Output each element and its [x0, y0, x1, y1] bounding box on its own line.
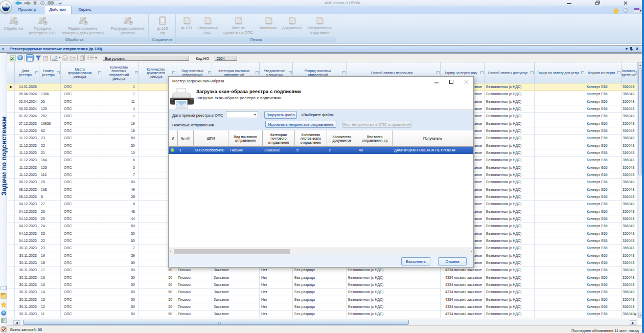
- svg-text:x: x: [11, 56, 14, 61]
